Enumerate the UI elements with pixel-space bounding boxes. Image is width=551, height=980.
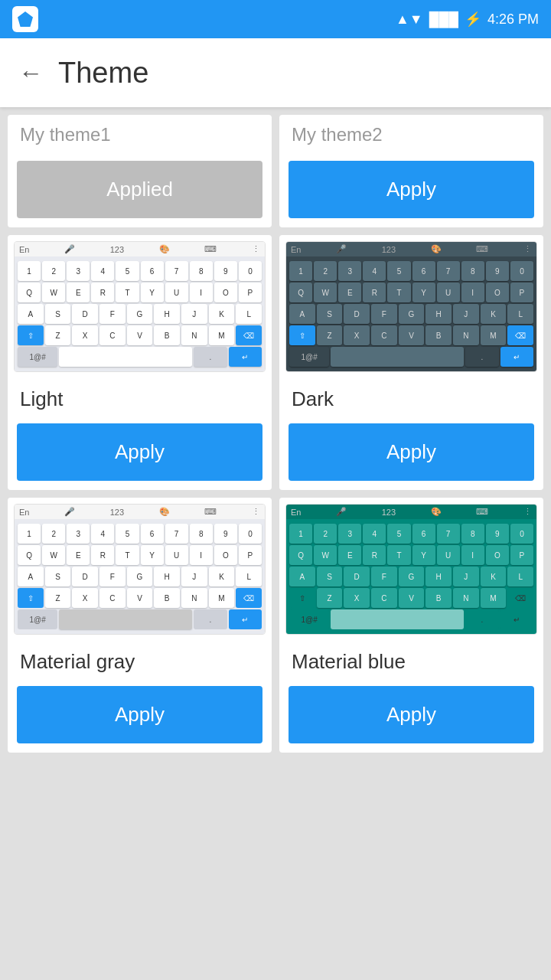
theme-card-light: En 🎤 123 🎨 ⌨ ⋮ 1 2 3 4 5 6 7 8 9 0 (8, 235, 272, 490)
kb-key: U (437, 283, 460, 302)
kb-key: L (507, 304, 533, 324)
kb-key: 2 (42, 524, 65, 544)
kb-key: G (127, 567, 153, 586)
kb-toolbar-blue: En 🎤 123 🎨 ⌨ ⋮ (286, 505, 536, 519)
header: ← Theme (0, 38, 551, 107)
kb-key: 1@# (289, 609, 329, 629)
kb-key: K (209, 567, 235, 586)
kb-key: 2 (42, 261, 65, 281)
back-button[interactable]: ← (18, 59, 43, 87)
kb-num-row-light: 1 2 3 4 5 6 7 8 9 0 (18, 261, 262, 281)
kb-num-row-dark: 1 2 3 4 5 6 7 8 9 0 (289, 261, 533, 281)
app-icon-shape (18, 11, 33, 27)
status-icons: ▲▼ ███ ⚡ 4:26 PM (396, 11, 539, 28)
kb-body-dark: 1 2 3 4 5 6 7 8 9 0 Q W E R T Y (286, 256, 536, 371)
kb-key: H (425, 567, 452, 586)
kb-row-space-light: 1@# . ↵ (18, 347, 262, 367)
apply-button-material-blue[interactable]: Apply (289, 686, 534, 743)
status-bar: ▲▼ ███ ⚡ 4:26 PM (0, 0, 551, 38)
applied-button-my-theme-1[interactable]: Applied (17, 161, 262, 218)
kb-key: E (338, 545, 361, 565)
kb-key: . (194, 347, 227, 367)
kb-row-space-gray: 1@# . ↵ (18, 609, 262, 629)
apply-button-dark[interactable]: Apply (289, 423, 534, 481)
keyboard-preview-blue: En 🎤 123 🎨 ⌨ ⋮ 1 2 3 4 5 6 7 8 9 0 (285, 504, 537, 635)
kb-key: S (317, 304, 343, 324)
kb-key: X (72, 325, 98, 345)
kb-space-light (59, 347, 192, 367)
kb-key: D (72, 567, 98, 586)
kb-lang-blue: En (291, 508, 301, 517)
kb-key: G (127, 304, 153, 324)
kb-backspace-blue: ⌫ (507, 588, 533, 608)
theme-label-dark: Dark (279, 378, 543, 417)
kb-key: Z (45, 325, 71, 345)
kb-key: G (399, 567, 425, 586)
kb-key: 1 (18, 524, 41, 544)
kb-key: K (481, 567, 507, 586)
kb-key: P (239, 545, 262, 565)
kb-key: K (209, 304, 235, 324)
kb-toolbar-gray: En 🎤 123 🎨 ⌨ ⋮ (15, 505, 265, 519)
kb-menu-gray: ⋮ (252, 507, 260, 517)
kb-key: M (481, 588, 507, 608)
kb-key: 9 (214, 524, 237, 544)
kb-key: S (45, 567, 71, 586)
kb-key: E (67, 283, 90, 302)
kb-key: W (314, 545, 337, 565)
kb-key: 1 (289, 524, 312, 544)
kb-key: 3 (67, 261, 90, 281)
kb-key: F (99, 304, 126, 324)
kb-num-light: 123 (110, 245, 124, 254)
kb-key: N (453, 588, 479, 608)
kb-key: N (181, 325, 207, 345)
kb-key: J (453, 304, 479, 324)
kb-row-asdf-blue: A S D F G H J K L (289, 567, 533, 586)
kb-keyboard-light: ⌨ (204, 244, 217, 254)
kb-key: C (371, 588, 397, 608)
kb-key: V (399, 325, 425, 345)
kb-key: 4 (363, 261, 386, 281)
kb-shift-gray: ⇧ (18, 588, 44, 608)
kb-key: 6 (141, 524, 164, 544)
kb-key: A (18, 567, 44, 586)
apply-button-material-gray[interactable]: Apply (17, 686, 262, 743)
kb-palette-dark: 🎨 (431, 244, 442, 254)
kb-key: B (154, 325, 180, 345)
kb-key: 9 (486, 261, 509, 281)
kb-key: 5 (387, 524, 410, 544)
keyboard-preview-light: En 🎤 123 🎨 ⌨ ⋮ 1 2 3 4 5 6 7 8 9 0 (14, 241, 266, 372)
apply-button-my-theme-2[interactable]: Apply (289, 161, 534, 218)
apply-button-light[interactable]: Apply (17, 423, 262, 481)
kb-key: . (465, 609, 498, 629)
kb-key: J (453, 567, 479, 586)
kb-menu-dark: ⋮ (523, 244, 532, 254)
kb-key: S (317, 567, 343, 586)
kb-key: . (194, 609, 227, 629)
kb-shift-light: ⇧ (18, 325, 44, 345)
kb-toolbar-dark: En 🎤 123 🎨 ⌨ ⋮ (286, 242, 536, 256)
kb-key: K (481, 304, 507, 324)
kb-key: M (209, 588, 235, 608)
kb-key: . (465, 347, 498, 367)
app-icon-area (12, 6, 38, 32)
kb-palette-light: 🎨 (159, 244, 170, 254)
kb-key: T (116, 283, 139, 302)
kb-keyboard-gray: ⌨ (204, 507, 217, 517)
kb-key: D (344, 304, 370, 324)
kb-key: A (289, 567, 315, 586)
kb-key: I (190, 545, 213, 565)
kb-key: 4 (363, 524, 386, 544)
kb-key: 8 (461, 261, 484, 281)
kb-palette-blue: 🎨 (431, 507, 442, 517)
kb-key: 0 (510, 524, 533, 544)
kb-key: O (486, 545, 509, 565)
kb-key: A (289, 304, 315, 324)
kb-key: O (486, 283, 509, 302)
kb-enter-gray: ↵ (229, 609, 262, 629)
kb-key: 6 (412, 261, 435, 281)
kb-key: 3 (67, 524, 90, 544)
kb-key: 8 (190, 261, 213, 281)
kb-row-zxcv-gray: ⇧ Z X C V B N M ⌫ (18, 588, 262, 608)
kb-key: 9 (214, 261, 237, 281)
